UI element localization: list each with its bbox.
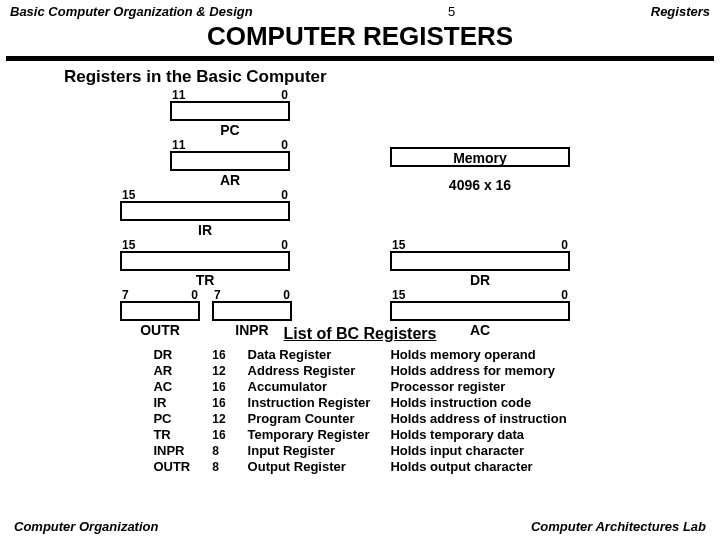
reg-width: 12 [202, 411, 235, 427]
page-title: COMPUTER REGISTERS [0, 21, 720, 52]
inpr-label: INPR [212, 322, 292, 338]
ac-label: AC [390, 322, 570, 338]
table-row: INPR8Input RegisterHolds input character [143, 443, 576, 459]
ac-lo: 0 [561, 289, 568, 301]
ar-hi: 11 [172, 139, 185, 151]
reg-name: Instruction Register [238, 395, 381, 411]
slide-footer: Computer Organization Computer Architect… [0, 519, 720, 534]
reg-abbr: DR [143, 347, 200, 363]
ir-hi: 15 [122, 189, 135, 201]
pc-box [170, 101, 290, 121]
footer-left: Computer Organization [14, 519, 158, 534]
list-header: List of BC Registers [0, 325, 720, 343]
slide-number: 5 [448, 4, 455, 19]
footer-right: Computer Architectures Lab [531, 519, 706, 534]
dr-lo: 0 [561, 239, 568, 251]
ir-label: IR [120, 222, 290, 238]
reg-width: 16 [202, 427, 235, 443]
table-row: AR12Address RegisterHolds address for me… [143, 363, 576, 379]
ir-unit: 150 IR [120, 189, 290, 238]
reg-desc: Holds address for memory [380, 363, 576, 379]
reg-abbr: OUTR [143, 459, 200, 475]
reg-width: 16 [202, 379, 235, 395]
dr-box [390, 251, 570, 271]
header-left: Basic Computer Organization & Design [10, 4, 253, 19]
memory-unit: Memory 4096 x 16 [390, 147, 570, 193]
reg-abbr: PC [143, 411, 200, 427]
reg-abbr: IR [143, 395, 200, 411]
pc-lo: 0 [281, 89, 288, 101]
inpr-box [212, 301, 292, 321]
reg-name: Data Register [238, 347, 381, 363]
reg-name: Output Register [238, 459, 381, 475]
table-row: IR16Instruction RegisterHolds instructio… [143, 395, 576, 411]
ir-box [120, 201, 290, 221]
outr-label: OUTR [120, 322, 200, 338]
reg-width: 12 [202, 363, 235, 379]
reg-name: Address Register [238, 363, 381, 379]
table-row: AC16AccumulatorProcessor register [143, 379, 576, 395]
section-subtitle: Registers in the Basic Computer [64, 67, 720, 87]
pc-unit: 110 PC [170, 89, 290, 138]
reg-width: 8 [202, 443, 235, 459]
register-list-table: DR16Data RegisterHolds memory operandAR1… [143, 347, 576, 475]
ac-unit: 150 AC [390, 289, 570, 338]
tr-unit: 150 TR [120, 239, 290, 288]
reg-name: Input Register [238, 443, 381, 459]
ac-hi: 15 [392, 289, 405, 301]
tr-box [120, 251, 290, 271]
reg-width: 16 [202, 347, 235, 363]
tr-lo: 0 [281, 239, 288, 251]
reg-desc: Holds input character [380, 443, 576, 459]
reg-abbr: INPR [143, 443, 200, 459]
table-row: DR16Data RegisterHolds memory operand [143, 347, 576, 363]
reg-name: Program Counter [238, 411, 381, 427]
tr-label: TR [120, 272, 290, 288]
ar-box [170, 151, 290, 171]
reg-abbr: AC [143, 379, 200, 395]
inpr-unit: 70 INPR [212, 289, 292, 338]
inpr-lo: 0 [283, 289, 290, 301]
reg-abbr: TR [143, 427, 200, 443]
slide-header: Basic Computer Organization & Design 5 R… [0, 0, 720, 19]
reg-desc: Holds memory operand [380, 347, 576, 363]
tr-hi: 15 [122, 239, 135, 251]
reg-desc: Holds instruction code [380, 395, 576, 411]
table-row: PC12Program CounterHolds address of inst… [143, 411, 576, 427]
memory-size: 4096 x 16 [390, 177, 570, 193]
inpr-hi: 7 [214, 289, 221, 301]
ir-lo: 0 [281, 189, 288, 201]
ar-label: AR [170, 172, 290, 188]
register-diagram: 110 PC 110 AR 150 IR 150 TR 70 OUTR 70 I… [70, 89, 670, 319]
dr-label: DR [390, 272, 570, 288]
table-row: OUTR8Output RegisterHolds output charact… [143, 459, 576, 475]
outr-box [120, 301, 200, 321]
reg-desc: Processor register [380, 379, 576, 395]
reg-name: Accumulator [238, 379, 381, 395]
title-underline [6, 56, 714, 61]
ar-lo: 0 [281, 139, 288, 151]
table-row: TR16Temporary RegisterHolds temporary da… [143, 427, 576, 443]
outr-unit: 70 OUTR [120, 289, 200, 338]
reg-desc: Holds temporary data [380, 427, 576, 443]
pc-label: PC [170, 122, 290, 138]
reg-abbr: AR [143, 363, 200, 379]
reg-width: 16 [202, 395, 235, 411]
header-right: Registers [651, 4, 710, 19]
ar-unit: 110 AR [170, 139, 290, 188]
reg-width: 8 [202, 459, 235, 475]
pc-hi: 11 [172, 89, 185, 101]
ac-box [390, 301, 570, 321]
reg-desc: Holds output character [380, 459, 576, 475]
reg-name: Temporary Register [238, 427, 381, 443]
outr-lo: 0 [191, 289, 198, 301]
reg-desc: Holds address of instruction [380, 411, 576, 427]
dr-unit: 150 DR [390, 239, 570, 288]
outr-hi: 7 [122, 289, 129, 301]
dr-hi: 15 [392, 239, 405, 251]
memory-box: Memory [390, 147, 570, 167]
